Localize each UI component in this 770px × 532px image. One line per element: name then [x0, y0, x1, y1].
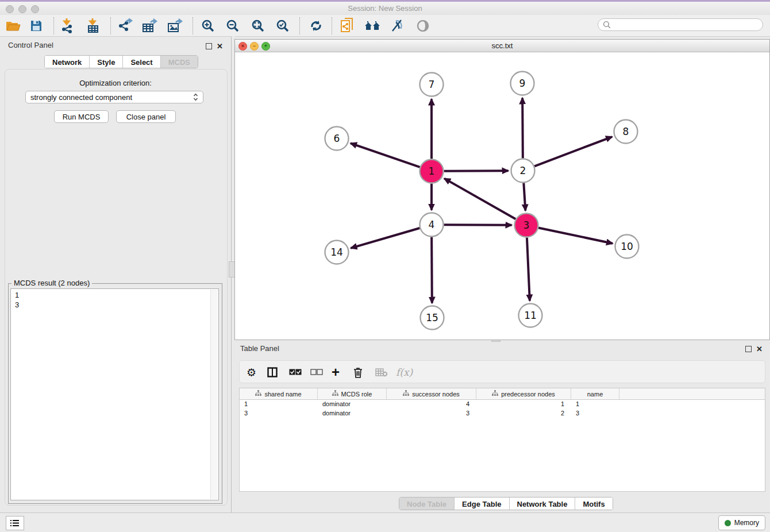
search-input[interactable] [611, 20, 757, 29]
close-panel-button[interactable]: Close panel [116, 110, 176, 123]
memory-button[interactable]: Memory [718, 515, 765, 530]
table-row[interactable]: 3dominator323 [240, 409, 765, 418]
control-panel-buttons: ✕ [206, 42, 223, 51]
table-panel-tabs: Node TableEdge TableNetwork TableMotifs [399, 497, 613, 510]
table-cell[interactable]: dominator [318, 409, 387, 418]
export-image-icon[interactable] [167, 18, 184, 34]
deselect-all-icon[interactable] [310, 364, 323, 380]
table-panel-title: Table Panel [240, 344, 279, 353]
eye-icon[interactable] [414, 18, 432, 34]
export-table-icon[interactable] [141, 18, 159, 34]
zoom-fit-icon[interactable] [249, 18, 267, 34]
table-cell[interactable]: 2 [476, 409, 571, 418]
edge-2-8[interactable] [534, 137, 612, 166]
node-table[interactable]: shared nameMCDS rolesuccessor nodesprede… [239, 388, 765, 492]
edge-4-14[interactable] [351, 228, 419, 248]
column-header-predecessor-nodes[interactable]: predecessor nodes [476, 388, 571, 399]
zoom-in-icon[interactable] [199, 18, 217, 34]
table-cell[interactable]: 4 [387, 400, 476, 409]
tab-select[interactable]: Select [123, 56, 160, 68]
refresh-icon[interactable] [307, 18, 325, 34]
column-header-shared-name[interactable]: shared name [240, 388, 318, 399]
network-canvas[interactable]: 7968124314101511 [235, 52, 769, 337]
add-icon[interactable]: + [332, 364, 340, 380]
hierarchy-icon [403, 390, 409, 398]
network-window-titlebar[interactable]: × − + scc.txt [235, 40, 769, 52]
open-file-icon[interactable] [5, 18, 22, 34]
result-item[interactable]: 3 [15, 300, 218, 310]
node-label-7: 7 [429, 79, 435, 90]
table-cell[interactable]: dominator [318, 400, 387, 409]
search-icon [603, 21, 611, 29]
search-box[interactable] [598, 18, 763, 31]
table-toolbar: ⚙ + f(x) [239, 360, 765, 383]
application-window: Session: New Session [0, 0, 770, 532]
clone-network-icon[interactable] [339, 18, 356, 34]
import-table-icon[interactable] [85, 18, 102, 34]
table-row[interactable]: 1dominator411 [240, 400, 765, 409]
delete-table-icon[interactable] [375, 364, 388, 380]
mcds-result-list[interactable]: 13 [10, 288, 219, 500]
column-header-name[interactable]: name [571, 388, 619, 399]
tab-network-table[interactable]: Network Table [510, 498, 576, 510]
table-cell[interactable]: 3 [387, 409, 476, 418]
edge-1-2[interactable] [444, 171, 508, 171]
save-session-icon[interactable] [28, 18, 45, 34]
edge-2-3[interactable] [523, 183, 525, 210]
edge-3-11[interactable] [527, 237, 530, 300]
node-label-8: 8 [623, 126, 629, 137]
function-builder-icon[interactable]: f(x) [396, 364, 413, 380]
zoom-selected-icon[interactable] [274, 18, 291, 34]
task-history-button[interactable] [6, 516, 24, 530]
hierarchy-icon [255, 390, 261, 398]
select-all-icon[interactable] [289, 364, 302, 380]
table-cell[interactable]: 1 [571, 400, 619, 409]
zoom-out-icon[interactable] [224, 18, 241, 34]
chevron-up-down-icon [193, 93, 198, 101]
node-label-6: 6 [334, 133, 340, 144]
result-item[interactable]: 1 [15, 290, 218, 300]
toolbar-separator [332, 17, 332, 34]
column-header-successor-nodes[interactable]: successor nodes [387, 388, 476, 399]
network-graph: 7968124314101511 [235, 52, 769, 337]
homes-icon[interactable] [364, 18, 381, 34]
table-panel-buttons: ✕ [745, 345, 763, 353]
mcds-result-group: MCDS result (2 nodes) 13 [8, 283, 222, 504]
table-cell[interactable]: 1 [240, 400, 318, 409]
run-mcds-button[interactable]: Run MCDS [54, 110, 109, 123]
node-label-9: 9 [519, 78, 526, 89]
gear-icon[interactable]: ⚙ [247, 364, 256, 380]
network-window-title: scc.txt [235, 41, 769, 50]
tab-edge-table[interactable]: Edge Table [455, 498, 509, 510]
node-label-2: 2 [520, 165, 526, 176]
criterion-dropdown[interactable]: strongly connected component [25, 91, 203, 103]
trash-icon[interactable] [353, 364, 363, 380]
tab-network[interactable]: Network [45, 56, 90, 68]
edge-4-15[interactable] [432, 237, 432, 303]
node-label-15: 15 [426, 312, 438, 323]
edge-1-6[interactable] [351, 143, 420, 167]
table-cell[interactable]: 1 [476, 400, 571, 409]
close-table-panel-icon[interactable]: ✕ [756, 345, 763, 353]
hide-style-icon[interactable] [388, 18, 406, 34]
import-network-icon[interactable] [59, 18, 76, 34]
float-panel-icon[interactable] [206, 43, 212, 49]
close-panel-icon[interactable]: ✕ [217, 42, 223, 51]
float-table-panel-icon[interactable] [745, 346, 752, 352]
hierarchy-icon [332, 390, 338, 398]
edge-4-3[interactable] [444, 225, 511, 225]
columns-icon[interactable] [267, 364, 278, 380]
edge-3-10[interactable] [538, 228, 613, 243]
edge-3-1[interactable] [444, 179, 515, 219]
tab-mcds[interactable]: MCDS [161, 56, 198, 68]
tab-node-table[interactable]: Node Table [399, 498, 455, 510]
toolbar-separator [53, 17, 54, 34]
tab-style[interactable]: Style [90, 56, 123, 68]
result-scrollbar[interactable] [210, 290, 218, 499]
export-network-icon[interactable] [117, 18, 134, 34]
edge-2-9[interactable] [522, 98, 523, 158]
table-cell[interactable]: 3 [240, 409, 318, 418]
tab-motifs[interactable]: Motifs [575, 498, 612, 510]
column-header-MCDS-role[interactable]: MCDS role [318, 388, 387, 399]
table-cell[interactable]: 3 [571, 409, 619, 418]
